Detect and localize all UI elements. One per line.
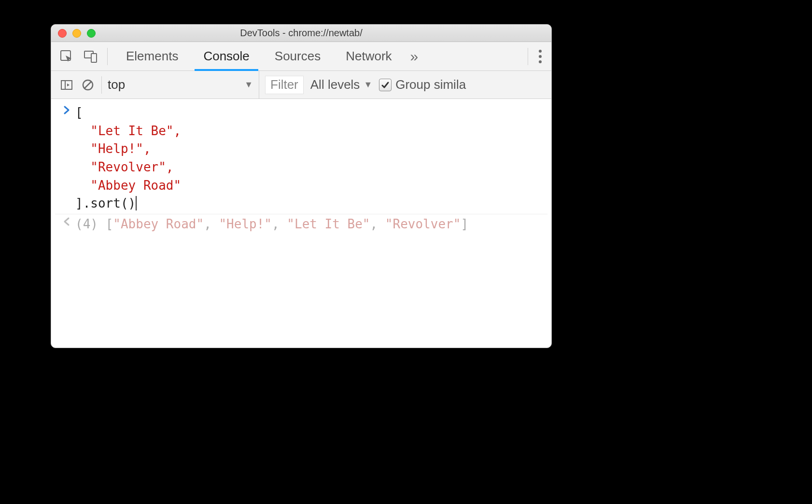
device-toolbar-icon[interactable] — [80, 46, 101, 67]
console-sidebar-toggle-icon[interactable] — [56, 74, 77, 96]
execution-context-selector[interactable]: top ▼ — [105, 71, 259, 98]
console-eager-eval-row: (4) ["Abbey Road", "Help!", "Let It Be",… — [55, 214, 547, 235]
code-text: "Abbey Road" — [75, 178, 181, 193]
svg-rect-6 — [61, 81, 72, 89]
filter-input[interactable]: Filter — [265, 76, 304, 94]
divider — [107, 48, 108, 65]
console-input-code[interactable]: [ "Let It Be", "Help!", "Revolver", "Abb… — [75, 104, 545, 213]
code-text: "Let It Be", — [75, 124, 181, 138]
window-title: DevTools - chrome://newtab/ — [51, 28, 551, 39]
levels-label: All levels — [310, 77, 360, 92]
output-count: (4) — [75, 217, 106, 231]
svg-rect-2 — [91, 54, 97, 62]
tab-elements[interactable]: Elements — [113, 42, 191, 70]
output-bracket: ] — [461, 217, 468, 231]
output-item: "Revolver" — [385, 217, 461, 231]
input-prompt-icon — [58, 104, 75, 115]
svg-line-9 — [84, 82, 91, 88]
devtools-toolbar: Elements Console Sources Network » — [51, 42, 551, 71]
code-text: [ — [75, 105, 83, 120]
context-label: top — [105, 77, 125, 92]
tabs-overflow-button[interactable]: » — [407, 48, 421, 65]
divider — [528, 48, 528, 65]
tab-label: Network — [346, 49, 392, 64]
output-bracket: [ — [106, 217, 113, 231]
console-filter-bar: top ▼ Filter All levels ▼ Group simila — [51, 71, 551, 99]
console-output: [ "Let It Be", "Help!", "Revolver", "Abb… — [51, 99, 551, 238]
settings-menu-icon[interactable] — [534, 49, 546, 64]
tab-label: Elements — [126, 49, 178, 64]
filter-placeholder: Filter — [270, 77, 298, 92]
tab-network[interactable]: Network — [333, 42, 404, 70]
output-item: "Help!" — [219, 217, 272, 231]
console-input-row[interactable]: [ "Let It Be", "Help!", "Revolver", "Abb… — [55, 103, 547, 214]
svg-point-4 — [539, 55, 542, 58]
devtools-tabs: Elements Console Sources Network — [113, 42, 405, 70]
group-similar-checkbox[interactable] — [379, 79, 392, 91]
code-text: "Help!", — [75, 141, 151, 156]
divider — [101, 76, 102, 94]
code-text: "Revolver", — [75, 160, 174, 174]
dropdown-triangle-icon: ▼ — [364, 80, 372, 90]
dropdown-triangle-icon: ▼ — [244, 80, 253, 90]
svg-point-5 — [539, 60, 542, 63]
output-arrow-icon — [58, 215, 75, 227]
tab-label: Console — [203, 49, 249, 64]
log-level-selector[interactable]: All levels ▼ — [310, 77, 372, 92]
output-item: "Let It Be" — [287, 217, 370, 231]
output-item: "Abbey Road" — [113, 217, 204, 231]
output-comma: , — [204, 217, 219, 231]
output-comma: , — [370, 217, 385, 231]
devtools-window: DevTools - chrome://newtab/ Elements Con… — [51, 24, 552, 348]
code-text: ].sort( — [75, 196, 128, 210]
clear-console-icon[interactable] — [77, 74, 98, 96]
tab-console[interactable]: Console — [191, 42, 262, 70]
svg-point-3 — [539, 50, 542, 53]
titlebar: DevTools - chrome://newtab/ — [51, 25, 551, 42]
inspect-element-icon[interactable] — [56, 46, 77, 67]
output-comma: , — [272, 217, 287, 231]
tab-sources[interactable]: Sources — [262, 42, 333, 70]
group-similar-label: Group simila — [395, 77, 466, 92]
tab-label: Sources — [275, 49, 321, 64]
console-output-code: (4) ["Abbey Road", "Help!", "Let It Be",… — [75, 215, 545, 234]
text-cursor: ) — [128, 196, 137, 210]
